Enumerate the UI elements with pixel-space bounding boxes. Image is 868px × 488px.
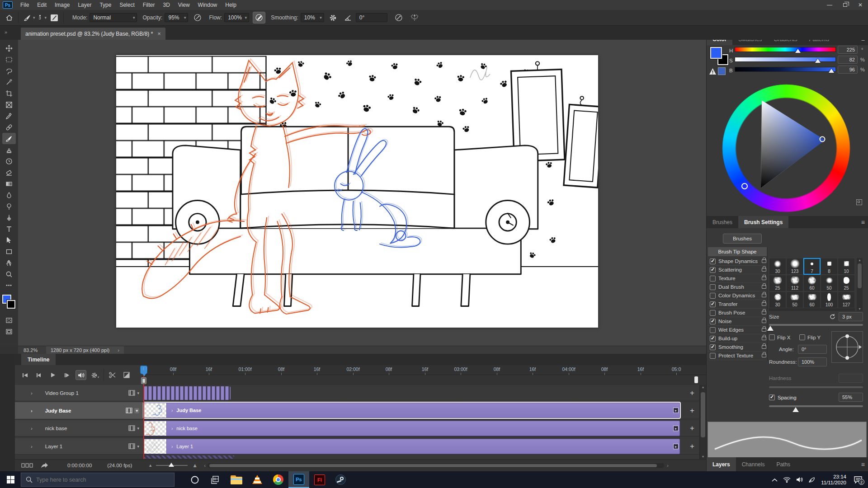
checkbox[interactable]: [710, 327, 716, 333]
hue-value[interactable]: 225: [838, 46, 858, 54]
clip-nick-base[interactable]: ›nick base ▸: [144, 421, 680, 436]
clip-end-icon[interactable]: ▸: [673, 444, 679, 449]
clip-judy-base[interactable]: ›Judy Base ▸: [144, 403, 680, 418]
wifi-icon[interactable]: [783, 477, 791, 483]
eraser-tool-icon[interactable]: [2, 167, 16, 178]
menu-file[interactable]: File: [16, 0, 33, 10]
lock-icon[interactable]: [762, 328, 766, 332]
zoom-tool-icon[interactable]: [2, 268, 16, 280]
move-tool-icon[interactable]: [2, 42, 16, 54]
timeline-vertical-scrollbar[interactable]: ▴ ▾: [699, 385, 706, 459]
next-frame-icon[interactable]: [61, 370, 72, 380]
option-build-up[interactable]: Build-up: [708, 334, 766, 343]
vlc-icon[interactable]: [247, 471, 268, 488]
checkbox[interactable]: [799, 334, 805, 340]
menu-window[interactable]: Window: [194, 0, 222, 10]
brush-tip[interactable]: 50: [786, 291, 803, 308]
checkbox[interactable]: [710, 284, 716, 290]
home-icon[interactable]: [4, 13, 15, 23]
spacing-slider[interactable]: [769, 405, 863, 407]
add-media-button[interactable]: +: [685, 385, 699, 401]
eyedropper-tool-icon[interactable]: [2, 110, 16, 122]
opacity-input[interactable]: 95%▾: [165, 13, 188, 22]
lock-icon[interactable]: [762, 277, 766, 280]
workarea-end-handle[interactable]: [694, 376, 698, 383]
track-label-layer-1[interactable]: › Layer 1 ▾: [15, 438, 144, 455]
taskbar-search[interactable]: [21, 473, 175, 487]
tab-layers[interactable]: Layers: [707, 457, 736, 471]
lock-icon[interactable]: [762, 354, 766, 357]
checkbox[interactable]: [710, 310, 716, 316]
menu-edit[interactable]: Edit: [33, 0, 51, 10]
brush-grid-scrollbar[interactable]: ▴ ▾: [857, 258, 863, 311]
canvas-workspace[interactable]: [18, 40, 706, 346]
tab-channels[interactable]: Channels: [736, 457, 771, 471]
menu-help[interactable]: Help: [221, 0, 241, 10]
option-dual-brush[interactable]: Dual Brush: [708, 283, 766, 291]
option-transfer[interactable]: Transfer: [708, 300, 766, 309]
hand-tool-icon[interactable]: [2, 257, 16, 268]
history-brush-tool-icon[interactable]: [2, 155, 16, 167]
brush-tip[interactable]: 25: [838, 275, 855, 291]
brightness-value[interactable]: 96: [838, 66, 858, 74]
checkbox[interactable]: [710, 336, 716, 342]
menu-select[interactable]: Select: [115, 0, 138, 10]
frame-tool-icon[interactable]: [2, 99, 16, 110]
lock-icon[interactable]: [762, 268, 766, 272]
track-video-group-1[interactable]: [144, 385, 706, 401]
checkbox[interactable]: [710, 258, 716, 264]
clone-stamp-tool-icon[interactable]: [2, 144, 16, 155]
paint-symmetry-icon[interactable]: [408, 12, 421, 23]
brush-tip[interactable]: 60: [803, 275, 821, 291]
rectangle-tool-icon[interactable]: [2, 246, 16, 257]
option-scattering[interactable]: Scattering: [708, 266, 766, 274]
flip-x-option[interactable]: Flip X: [769, 334, 790, 340]
clip-end-icon[interactable]: ▸: [673, 408, 679, 413]
brush-tip[interactable]: 123: [786, 258, 803, 275]
healing-brush-tool-icon[interactable]: [2, 122, 16, 133]
filmstrip-icon[interactable]: [128, 443, 135, 449]
brush-tool-preset-icon[interactable]: ▾: [22, 13, 37, 23]
size-slider-thumb[interactable]: [767, 326, 774, 331]
spacing-slider-thumb[interactable]: [793, 407, 799, 412]
timeline-zoom-thumb[interactable]: [169, 463, 174, 467]
marquee-tool-icon[interactable]: [2, 54, 16, 65]
menu-layer[interactable]: Layer: [74, 0, 95, 10]
checkbox[interactable]: [710, 344, 716, 350]
brush-tip[interactable]: 60: [803, 291, 821, 308]
track-menu-caret-icon[interactable]: ▾: [137, 391, 139, 395]
brush-tip[interactable]: 8: [821, 258, 838, 275]
brush-tip[interactable]: 10: [838, 258, 855, 275]
brush-tip-selected[interactable]: 7: [803, 258, 821, 275]
document-tab[interactable]: animation preset.psd @ 83.2% (Judy Base,…: [21, 28, 165, 40]
brush-tool-icon[interactable]: [2, 133, 16, 144]
option-protect-texture[interactable]: Protect Texture: [708, 352, 766, 360]
filmstrip-icon[interactable]: [128, 390, 135, 396]
sv-triangle[interactable]: [707, 78, 868, 216]
brush-tip[interactable]: 127: [838, 291, 855, 308]
smoothing-gear-icon[interactable]: [327, 13, 339, 23]
airbrush-toggle-icon[interactable]: [253, 12, 265, 23]
background-color-swatch[interactable]: [7, 300, 15, 309]
filmstrip-icon[interactable]: [126, 408, 132, 413]
edit-toolbar-icon[interactable]: •••: [2, 280, 16, 291]
lock-icon[interactable]: [762, 285, 766, 289]
type-tool-icon[interactable]: [2, 223, 16, 235]
panel-menu-icon[interactable]: ≡: [861, 461, 865, 468]
frames-view-icon[interactable]: [21, 463, 33, 468]
start-button[interactable]: [0, 471, 21, 488]
flash-taskbar-icon[interactable]: Fl: [309, 471, 330, 488]
option-texture[interactable]: Texture: [708, 274, 766, 283]
quick-selection-tool-icon[interactable]: [2, 76, 16, 88]
photoshop-taskbar-icon[interactable]: Ps: [288, 471, 309, 488]
tab-paths[interactable]: Paths: [770, 457, 796, 471]
track-label-judy-base[interactable]: › Judy Base ▾: [15, 402, 144, 419]
expand-panel-icon[interactable]: [856, 199, 862, 205]
crop-tool-icon[interactable]: [2, 88, 16, 99]
restore-icon[interactable]: [837, 0, 853, 10]
checkbox[interactable]: [710, 267, 716, 273]
playhead[interactable]: [140, 366, 147, 374]
add-media-button[interactable]: +: [685, 438, 699, 455]
play-icon[interactable]: [47, 370, 58, 380]
brush-tip-shape-header[interactable]: Brush Tip Shape: [708, 247, 767, 256]
